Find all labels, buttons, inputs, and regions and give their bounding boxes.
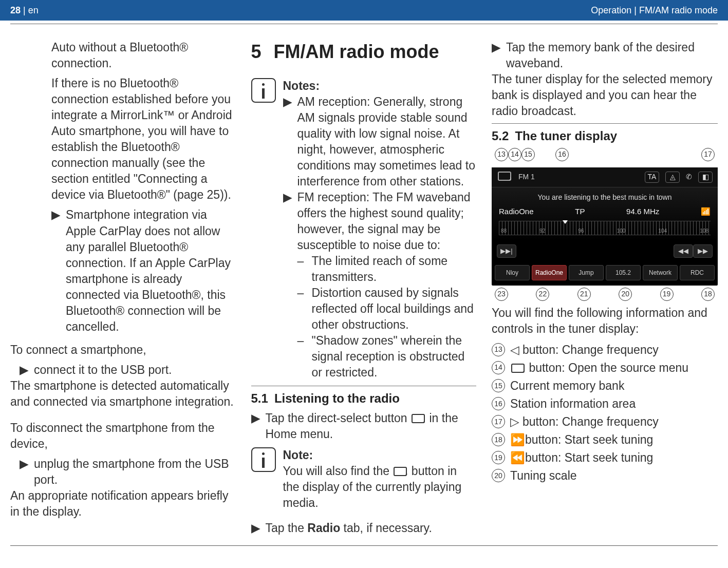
callout: 18 [701, 288, 715, 301]
note-sub-bullet: – Distortion caused by signals reflected… [297, 285, 477, 333]
legend-item: 20Tuning scale [492, 468, 718, 484]
signal-icon: 📶 [701, 206, 711, 217]
bullet-item: ▶ connect it to the USB port. [10, 362, 236, 378]
callout: 23 [495, 288, 508, 301]
dash-icon: – [297, 285, 312, 333]
source-icon[interactable] [497, 172, 512, 182]
legend-text: button: Open the source menu [510, 360, 688, 376]
frequency-label: 94.6 MHz [626, 206, 659, 217]
ta-icon[interactable]: TA [645, 172, 659, 183]
tuner-info-area: You are listening to the best music in t… [492, 187, 718, 240]
note-box: Note: You will also find the button in t… [251, 447, 477, 515]
legend-text: ◁ button: Change frequency [510, 342, 659, 358]
legend-item: 16Station information area [492, 396, 718, 412]
rds-text: You are listening to the best music in t… [499, 193, 711, 202]
legend-item: 14 button: Open the source menu [492, 360, 718, 376]
callout: 19 [492, 451, 505, 464]
bullet-arrow-icon: ▶ [492, 40, 506, 71]
page-content: Auto without a Bluetooth® connection. If… [0, 24, 728, 536]
legend-item: 15Current memory bank [492, 378, 718, 394]
callout: 14 [508, 148, 521, 161]
legend-item: 19⏪ button: Start seek tuning [492, 450, 718, 466]
bullet-item: ▶ unplug the smartphone from the USB por… [10, 456, 236, 488]
dash-icon: – [297, 333, 312, 381]
legend-text: Current memory bank [510, 378, 624, 394]
tuner-top-bar: FM 1 TA ◬ ✆ ◧ [492, 167, 718, 187]
note-bullet: ▶ AM reception: Generally, strong AM sig… [283, 94, 477, 190]
bullet-arrow-icon: ▶ [51, 207, 66, 334]
window-icon[interactable]: ◧ [698, 172, 713, 183]
glyph-icon: ⏪ [510, 450, 525, 466]
section-heading: 5FM/AM radio mode [251, 40, 477, 65]
bullet-item: ▶ Smartphone integration via Apple CarPl… [51, 207, 236, 334]
para: To connect a smartphone, [10, 342, 236, 358]
para: The smartphone is detected automatically… [10, 378, 236, 410]
callouts-bottom: 23 22 21 20 19 18 [492, 288, 718, 301]
radio-icon [511, 364, 525, 373]
tp-label: TP [575, 206, 585, 217]
bullet-arrow-icon: ▶ [20, 362, 34, 378]
radio-icon [394, 467, 407, 476]
para: If there is no Bluetooth® connection est… [51, 75, 236, 203]
step-bullet: ▶ Tap the memory bank of the desired wav… [492, 40, 718, 71]
footer-rule [10, 545, 718, 546]
tuning-scale[interactable]: 88 92 96 100 104 108 [499, 221, 711, 235]
callouts-top: 13 14 15 16 17 [492, 148, 718, 161]
legend-text: Tuning scale [510, 468, 577, 484]
para: You will find the following information … [492, 305, 718, 337]
para: To disconnect the smartphone from the de… [10, 420, 236, 452]
callout: 16 [555, 148, 569, 161]
breadcrumb: Operation | FM/AM radio mode [591, 5, 718, 16]
callout: 18 [492, 433, 505, 446]
legend-text: Station information area [510, 396, 636, 412]
note-sub-bullet: – "Shadow zones" wherein the signal rece… [297, 333, 477, 381]
callout: 21 [577, 288, 591, 301]
callout: 19 [660, 288, 674, 301]
preset-button[interactable]: Jump [569, 265, 604, 280]
info-icon [251, 447, 276, 472]
info-icon [251, 78, 276, 103]
antenna-icon[interactable]: ◬ [665, 172, 680, 183]
scale-pointer-icon [563, 220, 568, 224]
legend-item: 18⏩ button: Start seek tuning [492, 432, 718, 448]
preset-button[interactable]: 105.2 [606, 265, 641, 280]
para: Auto without a Bluetooth® connection. [51, 40, 236, 71]
preset-button[interactable]: Network [643, 265, 678, 280]
callout: 16 [492, 397, 505, 410]
dash-icon: – [297, 253, 312, 285]
glyph-icon: ◁ [510, 342, 522, 358]
bullet-arrow-icon: ▶ [283, 94, 297, 190]
radio-icon [412, 414, 425, 423]
seek-fwd-button[interactable]: ▶▶ [693, 244, 713, 258]
preset-button[interactable]: Nloy [495, 265, 530, 280]
header-left: 28 | en [10, 5, 39, 16]
callout: 15 [492, 379, 505, 392]
tuner-display: FM 1 TA ◬ ✆ ◧ You are listening to the b… [492, 167, 718, 286]
callout: 22 [536, 288, 549, 301]
station-name: RadioOne [499, 206, 534, 217]
bullet-arrow-icon: ▶ [251, 520, 266, 536]
callout: 20 [619, 288, 632, 301]
column-3: ▶ Tap the memory bank of the desired wav… [492, 40, 718, 536]
note-sub-bullet: – The limited reach of some transmitters… [297, 253, 477, 285]
callout: 15 [521, 148, 535, 161]
preset-button[interactable]: RadioOne [532, 265, 567, 280]
step-bullet: ▶ Tap the Radio tab, if necessary. [251, 520, 477, 536]
page-number: 28 [10, 5, 21, 15]
seek-back-button[interactable]: ◀◀ [674, 244, 693, 258]
page-lang: en [28, 5, 39, 15]
scan-button[interactable]: ▶▶| [497, 244, 516, 258]
column-2: 5FM/AM radio mode Notes: ▶ AM reception:… [251, 40, 477, 536]
callout: 20 [492, 469, 505, 482]
glyph-icon: ⏩ [510, 432, 525, 448]
callout-legend: 13◁ button: Change frequency14 button: O… [492, 342, 718, 484]
tuner-controls-row: ▶▶| ◀◀ ▶▶ [492, 240, 718, 262]
preset-button[interactable]: RDC [680, 265, 715, 280]
legend-text: ▷ button: Change frequency [510, 414, 659, 430]
note-bullet: ▶ FM reception: The FM waveband offers t… [283, 190, 477, 253]
legend-text: ⏩ button: Start seek tuning [510, 432, 653, 448]
para: An appropriate notification appears brie… [10, 488, 236, 520]
memory-bank-label[interactable]: FM 1 [518, 172, 535, 182]
page-header: 28 | en Operation | FM/AM radio mode [0, 0, 728, 21]
phone-icon[interactable]: ✆ [686, 172, 692, 182]
